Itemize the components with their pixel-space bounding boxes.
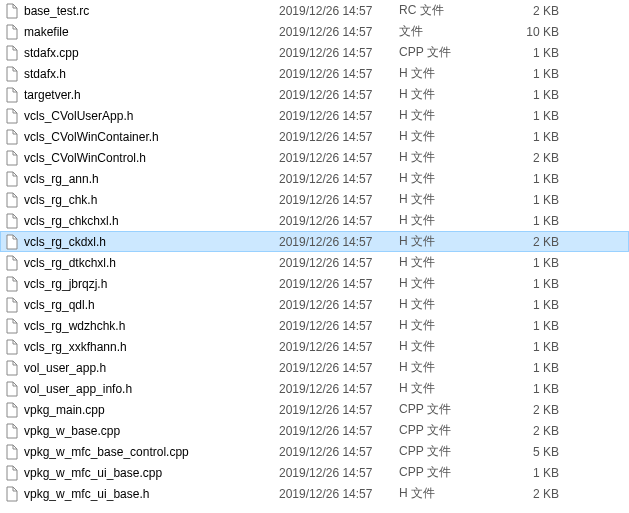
file-type: H 文件: [399, 380, 489, 397]
file-row[interactable]: vcls_rg_dtkchxl.h2019/12/26 14:57H 文件1 K…: [0, 252, 629, 273]
file-icon: [4, 339, 20, 355]
file-row[interactable]: vol_user_app_info.h2019/12/26 14:57H 文件1…: [0, 378, 629, 399]
file-icon: [4, 192, 20, 208]
file-icon: [4, 318, 20, 334]
file-name: vpkg_w_mfc_base_control.cpp: [24, 445, 279, 459]
file-row[interactable]: vcls_rg_qdl.h2019/12/26 14:57H 文件1 KB: [0, 294, 629, 315]
file-icon: [4, 87, 20, 103]
file-name: makefile: [24, 25, 279, 39]
file-type: H 文件: [399, 107, 489, 124]
file-row[interactable]: vcls_CVolUserApp.h2019/12/26 14:57H 文件1 …: [0, 105, 629, 126]
file-type: H 文件: [399, 212, 489, 229]
file-type: H 文件: [399, 296, 489, 313]
file-type: CPP 文件: [399, 464, 489, 481]
file-date: 2019/12/26 14:57: [279, 466, 399, 480]
file-row[interactable]: vcls_rg_ckdxl.h2019/12/26 14:57H 文件2 KB: [0, 231, 629, 252]
file-icon: [4, 255, 20, 271]
file-name: vpkg_main.cpp: [24, 403, 279, 417]
file-row[interactable]: vcls_CVolWinContainer.h2019/12/26 14:57H…: [0, 126, 629, 147]
file-name: vcls_rg_ckdxl.h: [24, 235, 279, 249]
file-icon: [4, 339, 20, 355]
file-date: 2019/12/26 14:57: [279, 130, 399, 144]
file-icon: [4, 3, 20, 19]
file-row[interactable]: vcls_rg_wdzhchk.h2019/12/26 14:57H 文件1 K…: [0, 315, 629, 336]
file-icon: [4, 465, 20, 481]
file-row[interactable]: vpkg_main.cpp2019/12/26 14:57CPP 文件2 KB: [0, 399, 629, 420]
file-row[interactable]: stdafx.cpp2019/12/26 14:57CPP 文件1 KB: [0, 42, 629, 63]
file-date: 2019/12/26 14:57: [279, 214, 399, 228]
file-type: H 文件: [399, 86, 489, 103]
file-date: 2019/12/26 14:57: [279, 172, 399, 186]
file-size: 1 KB: [489, 88, 579, 102]
file-date: 2019/12/26 14:57: [279, 4, 399, 18]
file-size: 1 KB: [489, 466, 579, 480]
file-date: 2019/12/26 14:57: [279, 46, 399, 60]
file-icon: [4, 381, 20, 397]
file-icon: [4, 87, 20, 103]
file-name: vcls_rg_dtkchxl.h: [24, 256, 279, 270]
file-date: 2019/12/26 14:57: [279, 25, 399, 39]
file-row[interactable]: vpkg_w_mfc_ui_base.h2019/12/26 14:57H 文件…: [0, 483, 629, 504]
file-row[interactable]: vcls_rg_ann.h2019/12/26 14:57H 文件1 KB: [0, 168, 629, 189]
file-icon: [4, 213, 20, 229]
file-row[interactable]: makefile2019/12/26 14:57文件10 KB: [0, 21, 629, 42]
file-icon: [4, 66, 20, 82]
file-icon: [4, 402, 20, 418]
file-icon: [4, 444, 20, 460]
file-size: 2 KB: [489, 4, 579, 18]
file-icon: [4, 213, 20, 229]
file-row[interactable]: vcls_CVolWinControl.h2019/12/26 14:57H 文…: [0, 147, 629, 168]
file-name: base_test.rc: [24, 4, 279, 18]
file-icon: [4, 24, 20, 40]
file-size: 1 KB: [489, 256, 579, 270]
file-name: vpkg_w_mfc_ui_base.h: [24, 487, 279, 501]
file-date: 2019/12/26 14:57: [279, 109, 399, 123]
file-type: CPP 文件: [399, 44, 489, 61]
file-name: vcls_rg_jbrqzj.h: [24, 277, 279, 291]
file-row[interactable]: base_test.rc2019/12/26 14:57RC 文件2 KB: [0, 0, 629, 21]
file-row[interactable]: vpkg_w_mfc_ui_base.cpp2019/12/26 14:57CP…: [0, 462, 629, 483]
file-date: 2019/12/26 14:57: [279, 256, 399, 270]
file-type: H 文件: [399, 149, 489, 166]
file-size: 1 KB: [489, 361, 579, 375]
file-name: vcls_rg_wdzhchk.h: [24, 319, 279, 333]
file-name: vcls_CVolWinControl.h: [24, 151, 279, 165]
file-icon: [4, 276, 20, 292]
file-icon: [4, 45, 20, 61]
file-row[interactable]: vol_user_app.h2019/12/26 14:57H 文件1 KB: [0, 357, 629, 378]
file-name: vcls_rg_qdl.h: [24, 298, 279, 312]
file-icon: [4, 486, 20, 502]
file-type: H 文件: [399, 317, 489, 334]
file-date: 2019/12/26 14:57: [279, 67, 399, 81]
file-date: 2019/12/26 14:57: [279, 235, 399, 249]
file-row[interactable]: vcls_rg_xxkfhann.h2019/12/26 14:57H 文件1 …: [0, 336, 629, 357]
file-type: CPP 文件: [399, 422, 489, 439]
file-date: 2019/12/26 14:57: [279, 319, 399, 333]
file-name: stdafx.cpp: [24, 46, 279, 60]
file-icon: [4, 3, 20, 19]
file-list[interactable]: base_test.rc2019/12/26 14:57RC 文件2 KB ma…: [0, 0, 629, 504]
file-type: H 文件: [399, 128, 489, 145]
file-row[interactable]: vcls_rg_chkchxl.h2019/12/26 14:57H 文件1 K…: [0, 210, 629, 231]
file-row[interactable]: vpkg_w_mfc_base_control.cpp2019/12/26 14…: [0, 441, 629, 462]
file-name: vcls_rg_xxkfhann.h: [24, 340, 279, 354]
file-size: 2 KB: [489, 151, 579, 165]
file-name: targetver.h: [24, 88, 279, 102]
file-date: 2019/12/26 14:57: [279, 340, 399, 354]
file-date: 2019/12/26 14:57: [279, 382, 399, 396]
file-row[interactable]: vpkg_w_base.cpp2019/12/26 14:57CPP 文件2 K…: [0, 420, 629, 441]
file-date: 2019/12/26 14:57: [279, 88, 399, 102]
file-name: vcls_rg_ann.h: [24, 172, 279, 186]
file-type: CPP 文件: [399, 401, 489, 418]
file-row[interactable]: stdafx.h2019/12/26 14:57H 文件1 KB: [0, 63, 629, 84]
file-type: H 文件: [399, 338, 489, 355]
file-row[interactable]: targetver.h2019/12/26 14:57H 文件1 KB: [0, 84, 629, 105]
file-row[interactable]: vcls_rg_chk.h2019/12/26 14:57H 文件1 KB: [0, 189, 629, 210]
file-type: H 文件: [399, 233, 489, 250]
file-name: vcls_rg_chkchxl.h: [24, 214, 279, 228]
file-row[interactable]: vcls_rg_jbrqzj.h2019/12/26 14:57H 文件1 KB: [0, 273, 629, 294]
file-date: 2019/12/26 14:57: [279, 487, 399, 501]
file-type: H 文件: [399, 275, 489, 292]
file-size: 1 KB: [489, 340, 579, 354]
file-icon: [4, 297, 20, 313]
